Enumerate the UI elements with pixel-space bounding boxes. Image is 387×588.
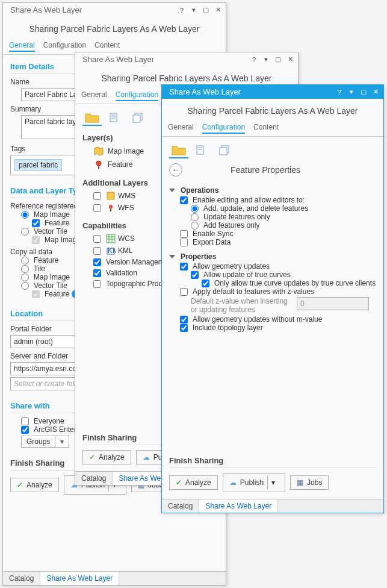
bottom-tabs: Catalog Share As Web Layer	[3, 571, 226, 585]
tag-chip[interactable]: parcel fabric	[14, 159, 62, 171]
tab-configuration[interactable]: Configuration	[202, 122, 245, 134]
check-apply-default-z[interactable]: Apply default to features with z-values	[180, 287, 376, 296]
wfs-icon	[106, 203, 116, 213]
check-only-true-curve[interactable]: Only allow true curve updates by true cu…	[202, 279, 376, 287]
close-icon[interactable]: ✕	[214, 6, 222, 14]
check-enable-editing[interactable]: Enable editing and allow editors to:	[180, 196, 376, 204]
maximize-icon[interactable]: ▢	[202, 6, 210, 14]
check-wcs[interactable]: WCS	[93, 234, 135, 243]
document-icon[interactable]	[192, 143, 211, 158]
wcs-icon	[106, 234, 116, 243]
tab-content[interactable]: Content	[94, 40, 120, 52]
folder-icon[interactable]	[169, 143, 188, 158]
svg-point-8	[109, 205, 113, 208]
tabs: General Configuration Content	[162, 122, 383, 137]
svg-rect-7	[107, 192, 114, 199]
check-allow-geom[interactable]: Allow geometry updates	[180, 262, 376, 271]
titlebar: Share As Web Layer ? ▾ ▢ ✕	[75, 52, 298, 66]
tab-configuration[interactable]: Configuration	[116, 89, 158, 101]
tab-general[interactable]: General	[9, 40, 35, 52]
radio-add-only[interactable]: Add features only	[191, 221, 376, 230]
radio-add-update-delete[interactable]: Add, update, and delete features	[191, 204, 376, 213]
kml-icon: KML	[106, 246, 116, 255]
chevron-down-icon[interactable]	[169, 255, 175, 258]
tab-content[interactable]: Content	[253, 122, 279, 134]
help-icon[interactable]: ?	[178, 6, 186, 14]
radio-update-only[interactable]: Update features only	[191, 213, 376, 221]
svg-point-6	[96, 161, 101, 166]
svg-rect-5	[133, 115, 140, 122]
check-include-topology[interactable]: Include topology layer	[180, 324, 376, 332]
titlebar: Share As Web Layer ? ▾ ▢ ✕	[3, 3, 226, 17]
analyze-button[interactable]: ✓Analyze	[10, 478, 59, 492]
check-wms[interactable]: WMS	[93, 191, 135, 201]
maximize-icon[interactable]: ▢	[274, 55, 282, 64]
check-export-data[interactable]: Export Data	[180, 238, 376, 246]
layer-type-icons	[162, 137, 383, 158]
chevron-down-icon[interactable]	[169, 189, 175, 192]
check-validation[interactable]: Validation	[93, 269, 137, 277]
bottom-tabs: Catalog Share As Web Layer	[162, 499, 383, 513]
menu-icon[interactable]: ▾	[347, 88, 356, 96]
close-icon[interactable]: ✕	[286, 55, 294, 64]
publish-button[interactable]: ☁Publish▾	[223, 473, 285, 492]
share-panel-feature-props: Share As Web Layer ? ▾ ▢ ✕ Sharing Parce…	[161, 84, 384, 513]
maximize-icon[interactable]: ▢	[359, 88, 368, 96]
analyze-button[interactable]: ✓Analyze	[82, 450, 131, 464]
stack-icon[interactable]	[128, 110, 147, 126]
jobs-button[interactable]: ▦Jobs	[290, 475, 329, 490]
document-icon[interactable]	[105, 110, 125, 126]
titlebar-active: Share As Web Layer ? ▾ ▢ ✕	[162, 85, 383, 99]
bottom-tab-catalog[interactable]: Catalog	[162, 499, 199, 513]
bottom-tab-share[interactable]: Share As Web Layer	[40, 572, 119, 585]
wms-icon	[106, 191, 116, 201]
tab-general[interactable]: General	[81, 89, 107, 101]
check-wfs[interactable]: WFS	[93, 203, 134, 213]
svg-rect-20	[220, 148, 227, 155]
tab-configuration[interactable]: Configuration	[43, 40, 86, 52]
operations-header: Operations	[181, 186, 218, 195]
window-title: Share As Web Layer	[166, 87, 332, 96]
help-icon[interactable]: ?	[335, 88, 344, 96]
feature-icon	[93, 159, 104, 170]
window-title: Share As Web Layer	[7, 5, 174, 14]
folder-icon[interactable]	[82, 110, 102, 126]
bottom-tab-share[interactable]: Share As Web Layer	[199, 499, 278, 513]
svg-text:KML: KML	[108, 246, 116, 255]
close-icon[interactable]: ✕	[371, 88, 380, 96]
check-enable-sync[interactable]: Enable Sync	[180, 230, 376, 238]
finish-sharing-header: Finish Sharing	[169, 456, 376, 465]
window-title: Share As Web Layer	[79, 55, 246, 64]
bottom-tab-catalog[interactable]: Catalog	[3, 572, 40, 585]
default-z-label: Default z-value when inserting or updati…	[191, 297, 293, 314]
svg-rect-9	[107, 234, 115, 243]
menu-icon[interactable]: ▾	[190, 6, 198, 14]
check-feature-2: Feature	[32, 290, 69, 298]
back-button[interactable]: ←	[169, 163, 182, 177]
stack-icon[interactable]	[215, 143, 234, 158]
groups-dropdown[interactable]: Groups▾	[21, 436, 69, 448]
svg-rect-0	[110, 113, 117, 122]
properties-header: Properties	[181, 252, 216, 261]
svg-rect-16	[197, 146, 203, 154]
help-icon[interactable]: ?	[250, 55, 258, 64]
check-true-curves[interactable]: Allow update of true curves	[191, 271, 376, 279]
check-allow-m-value[interactable]: Allow geometry updates without m-value	[180, 315, 376, 324]
subtitle: Sharing Parcel Fabric Layers As A Web La…	[3, 17, 226, 40]
menu-icon[interactable]: ▾	[262, 55, 270, 64]
default-z-input	[297, 297, 369, 310]
bottom-tab-catalog[interactable]: Catalog	[75, 472, 113, 485]
analyze-button[interactable]: ✓Analyze	[169, 475, 218, 490]
feature-props-title: Feature Properties	[231, 165, 300, 175]
subtitle: Sharing Parcel Fabric Layers As A Web La…	[162, 99, 383, 122]
tab-general[interactable]: General	[168, 122, 194, 134]
map-image-icon	[93, 146, 104, 157]
check-kml[interactable]: KMLKML	[93, 246, 133, 255]
